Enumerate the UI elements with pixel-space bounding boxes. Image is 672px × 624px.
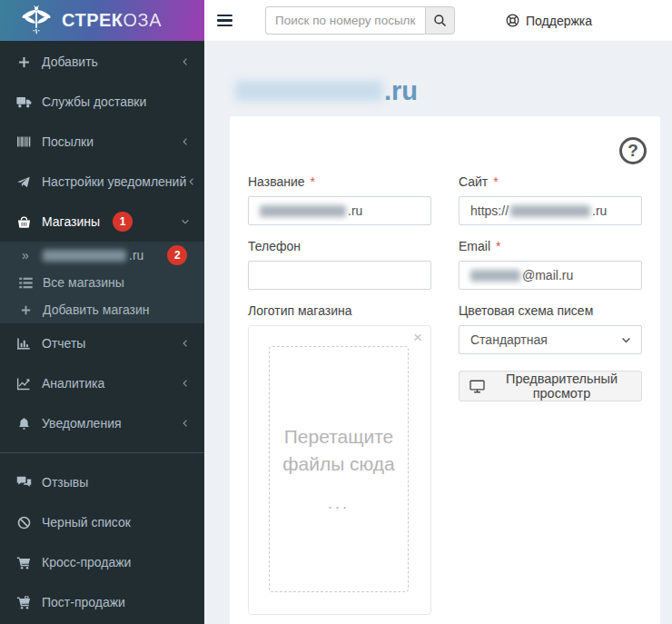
- site-value-suffix: .ru: [592, 203, 607, 218]
- submenu-item-all-shops[interactable]: Все магазины: [0, 269, 204, 296]
- site-label: Сайт: [459, 174, 488, 189]
- sidebar-item-label: Аналитика: [42, 376, 104, 391]
- sidebar-item-reports[interactable]: Отчеты: [0, 323, 204, 363]
- shops-submenu: » .ru 2 Все магазины: [0, 242, 204, 323]
- sidebar-nav: Добавить Службы доставки Посылки: [0, 41, 204, 622]
- chevron-left-icon: [180, 418, 191, 429]
- sidebar-item-label: Магазины: [42, 214, 100, 229]
- shop-logo-field: Логотип магазина × Перетащите файлы сюда…: [248, 303, 431, 615]
- required-mark: *: [496, 239, 500, 253]
- shop-settings-card: ? Название * .ru: [230, 116, 660, 624]
- dropzone-text: Перетащите файлы сюда: [277, 423, 400, 479]
- page-title: .ru: [230, 75, 660, 106]
- shopping-cart-icon: [14, 556, 34, 570]
- sidebar-item-blacklist[interactable]: Черный список: [0, 502, 204, 542]
- sidebar-item-notifications[interactable]: Уведомления: [0, 403, 204, 443]
- phone-field: Телефон: [248, 239, 431, 290]
- shop-count-badge: 2: [167, 245, 187, 265]
- sidebar-item-label: Посылки: [42, 134, 94, 149]
- sidebar-item-analytics[interactable]: Аналитика: [0, 363, 204, 403]
- chevron-left-icon: [180, 136, 191, 147]
- submenu-item-label: Все магазины: [43, 275, 124, 290]
- submenu-item-add-shop[interactable]: Добавить магазин: [0, 296, 204, 323]
- hamburger-menu-button[interactable]: [204, 0, 244, 41]
- dragonfly-logo-icon: [22, 5, 51, 37]
- site-value-prefix: https://: [470, 203, 509, 218]
- submenu-item-label: Добавить магазин: [43, 302, 150, 317]
- support-link[interactable]: Поддержка: [506, 14, 592, 28]
- email-field: Email * @mail.ru: [459, 239, 642, 290]
- help-icon[interactable]: ?: [619, 137, 647, 164]
- preview-button[interactable]: Предварительный просмотр: [459, 371, 642, 401]
- close-icon[interactable]: ×: [413, 330, 422, 345]
- sidebar-item-post-sales[interactable]: Пост-продажи: [0, 582, 204, 622]
- shop-form: Название * .ru Сайт *: [248, 174, 642, 615]
- shop-domain-suffix: .ru: [129, 248, 143, 262]
- cart-plus-icon: [14, 596, 34, 609]
- preview-button-label: Предварительный просмотр: [492, 371, 631, 401]
- redacted-site-value: [510, 205, 590, 217]
- redacted-shop-title: [235, 81, 382, 101]
- ban-icon: [14, 516, 34, 530]
- email-value-suffix: @mail.ru: [522, 268, 573, 282]
- search-input[interactable]: [265, 6, 425, 35]
- logo-dropzone[interactable]: × Перетащите файлы сюда ...: [248, 325, 431, 615]
- submenu-item-current-shop[interactable]: » .ru 2: [0, 242, 204, 269]
- page-title-suffix: .ru: [384, 76, 418, 106]
- life-ring-icon: [506, 14, 519, 27]
- sidebar-item-label: Отзывы: [42, 475, 88, 490]
- email-input[interactable]: @mail.ru: [459, 261, 642, 290]
- sidebar: СТРЕКОЗА Добавить Службы дос: [0, 0, 204, 624]
- sidebar-divider: [0, 452, 204, 453]
- plus-icon: [15, 304, 35, 316]
- redacted-email-value: [470, 270, 520, 282]
- phone-label: Телефон: [248, 239, 301, 253]
- redacted-name-value: [260, 205, 346, 217]
- brand-name: СТРЕКОЗА: [62, 10, 162, 31]
- paper-plane-icon: [14, 175, 34, 189]
- chevron-down-icon: [180, 216, 191, 227]
- sidebar-item-parcels[interactable]: Посылки: [0, 122, 204, 162]
- shop-logo-label: Логотип магазина: [248, 303, 352, 318]
- sidebar-item-shops[interactable]: Магазины 1: [0, 202, 204, 242]
- plus-icon: [14, 55, 34, 69]
- sidebar-item-label: Добавить: [42, 54, 98, 69]
- site-field: Сайт * https:// .ru: [459, 174, 642, 225]
- sidebar-item-label: Черный список: [42, 515, 131, 530]
- chevron-left-icon: [180, 56, 191, 67]
- content-area: .ru ? Название * .ru: [204, 41, 672, 624]
- sidebar-item-label: Службы доставки: [42, 94, 146, 109]
- sidebar-item-label: Уведомления: [42, 416, 122, 431]
- logo[interactable]: СТРЕКОЗА: [0, 0, 204, 41]
- sidebar-item-cross-sales[interactable]: Кросс-продажи: [0, 542, 204, 582]
- monitor-icon: [469, 380, 485, 393]
- sidebar-item-notification-settings[interactable]: Настройки уведомлений: [0, 162, 204, 202]
- phone-input[interactable]: [248, 261, 431, 290]
- dropzone-inner[interactable]: Перетащите файлы сюда ...: [269, 346, 409, 592]
- sidebar-item-reviews[interactable]: Отзывы: [0, 462, 204, 502]
- sidebar-item-delivery-services[interactable]: Службы доставки: [0, 82, 204, 122]
- sidebar-item-label: Кросс-продажи: [42, 555, 131, 570]
- search-group: [265, 6, 455, 35]
- color-scheme-select[interactable]: Стандартная: [459, 325, 642, 354]
- name-field: Название * .ru: [248, 174, 431, 225]
- barcode-icon: [14, 135, 34, 148]
- sidebar-item-label: Отчеты: [42, 336, 85, 351]
- comments-icon: [14, 476, 34, 489]
- topbar: Поддержка: [204, 0, 672, 41]
- chevron-left-icon: [180, 378, 191, 389]
- support-label: Поддержка: [526, 14, 592, 28]
- site-input[interactable]: https:// .ru: [459, 196, 642, 225]
- color-scheme-label: Цветовая схема писем: [459, 303, 593, 318]
- angle-double-right-icon: »: [15, 248, 35, 262]
- sidebar-item-add[interactable]: Добавить: [0, 42, 204, 82]
- search-button[interactable]: [425, 6, 455, 35]
- basket-icon: [14, 215, 34, 229]
- name-value-suffix: .ru: [348, 203, 362, 218]
- bar-chart-icon: [14, 337, 34, 351]
- search-icon: [433, 14, 447, 27]
- name-input[interactable]: .ru: [248, 196, 431, 225]
- main-column: Поддержка .ru ? Название *: [204, 0, 672, 624]
- bell-icon: [14, 417, 34, 431]
- required-mark: *: [493, 174, 498, 189]
